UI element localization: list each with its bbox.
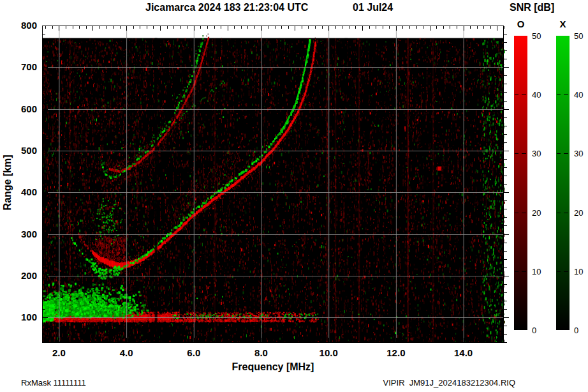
rxmask-text: RxMask 11111111	[21, 378, 86, 388]
y-tick-label: 100	[9, 312, 37, 322]
colorbar-mode-label: X	[556, 19, 570, 29]
colorbar-tick-label: 10	[574, 267, 583, 276]
x-tick-label: 6.0	[187, 347, 200, 358]
colorbar-tick-label: 30	[532, 149, 541, 158]
x-tick-label: 14.0	[454, 347, 473, 358]
colorbar-gradient-o	[514, 36, 527, 330]
y-tick-label: 500	[9, 145, 37, 156]
colorbar-tick-dash	[564, 153, 568, 154]
colorbar-tick-dash	[522, 153, 526, 154]
colorbar-tick-dash	[557, 94, 561, 95]
colorbar-tick-label: 0	[574, 326, 578, 335]
colorbar-tick-dash	[557, 271, 561, 272]
colorbar-tick-label: 40	[574, 90, 583, 100]
y-tick-label: 700	[9, 61, 37, 72]
x-tick-label: 12.0	[386, 347, 405, 358]
colorbar-tick-label: 20	[574, 208, 583, 218]
colorbar-tick-dash	[564, 213, 568, 213]
colorbar-tick-label: 40	[532, 90, 541, 100]
x-tick-label: 4.0	[120, 347, 133, 358]
colorbar-tick-dash	[515, 213, 518, 213]
y-tick-label: 300	[9, 229, 37, 239]
colorbar-tick-label: 20	[532, 208, 541, 218]
ionogram-plot-area	[42, 26, 509, 343]
ionogram-page: Jicamarca 2024 183 21:23:04 UTC 01 Jul24…	[0, 0, 588, 392]
y-tick-label: 600	[9, 103, 37, 114]
x-tick-label: 2.0	[52, 347, 66, 358]
x-tick-label: 8.0	[254, 347, 268, 358]
y-tick-label: 200	[9, 270, 37, 281]
x-tick-label: 10.0	[320, 347, 338, 358]
y-tick-label: 400	[9, 186, 37, 197]
colorbar-tick-label: 50	[532, 31, 541, 41]
plot-title: Jicamarca 2024 183 21:23:04 UTC	[145, 2, 308, 13]
colorbar-tick-label: 0	[532, 326, 536, 335]
colorbar-title: SNR [dB]	[510, 2, 554, 13]
colorbar-tick-dash	[515, 271, 518, 272]
plot-date: 01 Jul24	[353, 2, 393, 13]
colorbar-tick-label: 30	[574, 149, 583, 158]
colorbar-mode-label: O	[514, 19, 527, 29]
colorbar-tick-dash	[564, 94, 568, 95]
colorbar-tick-label: 10	[532, 267, 541, 276]
colorbar-tick-dash	[557, 213, 561, 213]
y-tick-label: 800	[9, 20, 37, 31]
colorbar-tick-label: 50	[574, 31, 583, 41]
colorbar-tick-dash	[557, 153, 561, 154]
colorbar-tick-dash	[564, 271, 568, 272]
ionogram-canvas	[42, 26, 509, 343]
filename-text: VIPIR JM91J_2024183212304.RIQ	[383, 378, 515, 388]
colorbar-gradient-x	[556, 36, 570, 330]
colorbar-tick-dash	[522, 213, 526, 213]
colorbar-tick-dash	[522, 94, 526, 95]
y-axis-label: Range [km]	[2, 155, 13, 210]
colorbar-tick-dash	[522, 271, 526, 272]
colorbar-tick-dash	[515, 153, 518, 154]
x-axis-label: Frequency [MHz]	[232, 361, 314, 373]
colorbar-tick-dash	[515, 94, 518, 95]
